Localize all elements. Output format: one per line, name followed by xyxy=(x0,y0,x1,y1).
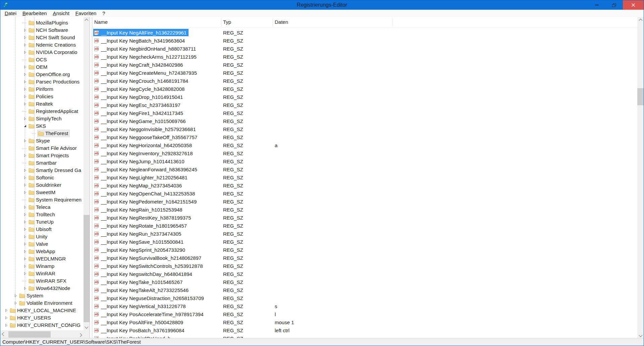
tree-item[interactable]: Smartbar xyxy=(0,159,84,167)
registry-value-row[interactable]: ab __Input Key NegcheckArms_h1227112195 … xyxy=(92,53,637,61)
tree-item[interactable]: Valve xyxy=(0,240,84,248)
tree-item[interactable]: WinRAR xyxy=(0,270,84,277)
registry-value-row[interactable]: ab __Input Key NeggoInvisible_h257923668… xyxy=(92,125,637,133)
expand-arrow-icon[interactable] xyxy=(22,50,28,55)
column-header-name[interactable]: Name xyxy=(94,17,108,27)
registry-value-row[interactable]: ab __Input Key NegRain_h1015253948 REG_S… xyxy=(92,206,637,214)
registry-value-row[interactable]: ab __Input Key NegRun_h2373474305 REG_SZ xyxy=(92,230,637,238)
tree-item[interactable]: Softonic xyxy=(0,174,84,181)
tree-item[interactable]: NCH Software xyxy=(0,26,84,34)
tree-item[interactable]: MozillaPlugins xyxy=(0,19,84,26)
tree-item[interactable]: Smart Projects xyxy=(0,152,84,159)
expand-arrow-icon[interactable] xyxy=(22,27,28,33)
registry-value-row[interactable]: ab __Input Key NegTake_h1015465267 REG_S… xyxy=(92,278,637,286)
expand-arrow-icon[interactable] xyxy=(13,300,18,306)
expand-arrow-icon[interactable] xyxy=(22,227,28,232)
expand-arrow-icon[interactable] xyxy=(22,286,28,291)
tree-item[interactable]: SimplyTech xyxy=(0,115,84,122)
tree-item[interactable]: Teleca xyxy=(0,204,84,211)
tree-item[interactable]: OCS xyxy=(0,56,84,63)
tree-horizontal-scrollbar[interactable] xyxy=(0,330,84,339)
registry-value-row[interactable]: ab __Input Key PosAltFire_h500428809 REG… xyxy=(92,318,637,326)
scroll-up-button[interactable] xyxy=(84,17,90,23)
expand-arrow-icon[interactable] xyxy=(22,249,28,254)
tree-item[interactable]: System Requiremen xyxy=(0,196,84,204)
expand-arrow-icon[interactable] xyxy=(22,42,28,48)
expand-arrow-icon[interactable] xyxy=(22,212,28,217)
tree-item[interactable]: WebApp xyxy=(0,248,84,255)
restore-button[interactable] xyxy=(605,0,623,10)
column-separator[interactable] xyxy=(221,18,221,26)
tree-item[interactable]: HKEY_USERS xyxy=(0,314,84,322)
expand-arrow-icon[interactable] xyxy=(22,182,28,188)
registry-value-row[interactable]: ab __Input Key NegleanForward_h836396245… xyxy=(92,165,637,173)
registry-value-row[interactable]: ab __Input Key NegCreateMenu_h724387935 … xyxy=(92,69,637,77)
registry-value-row[interactable]: ab __Input Key NegInventory_h2928327618 … xyxy=(92,149,637,157)
expand-arrow-icon[interactable] xyxy=(22,219,28,225)
list-vertical-scrollbar[interactable] xyxy=(637,17,644,339)
registry-value-row[interactable]: ab __Input Key NegFire1_h3424117345 REG_… xyxy=(92,109,637,117)
registry-value-row[interactable]: ab __Input Key NeguseDistraction_h265815… xyxy=(92,294,637,302)
registry-value-row[interactable]: ab __Input Key NegVertical_h331226778 RE… xyxy=(92,302,637,310)
tree-item[interactable]: Parsec Productions xyxy=(0,78,84,85)
scroll-left-button[interactable] xyxy=(0,330,7,339)
registry-value-row[interactable]: ab __Input Key NegOpenChat_h4132253538 R… xyxy=(92,189,637,197)
expand-arrow-icon[interactable] xyxy=(22,175,28,180)
registry-value-row[interactable]: ab __Input Key NegEsc_h2373463197 REG_SZ xyxy=(92,101,637,109)
tree-item[interactable]: RegisteredApplicat xyxy=(0,108,84,115)
expand-arrow-icon[interactable] xyxy=(22,138,28,143)
column-separator[interactable] xyxy=(273,18,273,26)
registry-value-row[interactable]: ab __Input Key NegAltFire_h1362229961 RE… xyxy=(92,28,637,37)
expand-arrow-icon[interactable] xyxy=(22,190,28,195)
tree-item[interactable]: WinRAR SFX xyxy=(0,277,84,285)
registry-value-row[interactable]: ab __Input Key NegHorizontal_h642050358 … xyxy=(92,141,637,149)
tree-item[interactable]: TheForest xyxy=(0,130,84,137)
registry-value-row[interactable]: ab __Input Key NegRestKey_h3878199375 RE… xyxy=(92,214,637,222)
expand-arrow-icon[interactable] xyxy=(13,293,18,298)
tree-item[interactable]: HKEY_CURRENT_CONFIG xyxy=(0,322,84,329)
registry-value-row[interactable]: ab __Input Key NegSurvivalBook_h21480628… xyxy=(92,254,637,262)
column-header-typ[interactable]: Typ xyxy=(223,17,231,27)
tree-item[interactable]: Smart File Advisor xyxy=(0,145,84,152)
expand-arrow-icon[interactable] xyxy=(22,271,28,276)
tree-item[interactable]: Ndemic Creations xyxy=(0,41,84,49)
tree-item[interactable]: Winamp xyxy=(0,263,84,270)
tree-item[interactable]: Souldrinker xyxy=(0,181,84,189)
tree-item[interactable]: SweetIM xyxy=(0,189,84,196)
column-header-daten[interactable]: Daten xyxy=(275,17,288,27)
tree-scrollbar-thumb[interactable] xyxy=(84,215,90,322)
tree-item[interactable]: Smartly Dressed Ga xyxy=(0,167,84,174)
expand-arrow-icon[interactable] xyxy=(22,153,28,158)
expand-arrow-icon[interactable] xyxy=(22,205,28,210)
tree-item[interactable]: SKS xyxy=(0,122,84,130)
expand-arrow-icon[interactable] xyxy=(22,168,28,173)
expand-arrow-icon[interactable] xyxy=(4,323,9,328)
scroll-up-button[interactable] xyxy=(637,17,644,23)
registry-value-row[interactable]: ab __Input Key NegJump_h1014413610 REG_S… xyxy=(92,157,637,165)
registry-value-row[interactable]: ab __Input Key NegMap_h2373454036 REG_SZ xyxy=(92,181,637,189)
expand-arrow-icon[interactable] xyxy=(22,241,28,247)
tree-item[interactable]: WEDLMNGR xyxy=(0,255,84,263)
registry-value-row[interactable]: ab __Input Key NegTakeAlt_h2733225546 RE… xyxy=(92,286,637,294)
pane-splitter[interactable] xyxy=(90,17,92,339)
expand-arrow-icon[interactable] xyxy=(22,64,28,70)
minimize-button[interactable] xyxy=(588,0,605,10)
scroll-down-button[interactable] xyxy=(84,324,90,330)
tree-item[interactable]: OpenOffice.org xyxy=(0,71,84,78)
tree-item[interactable]: Piriform xyxy=(0,85,84,93)
tree-item[interactable]: OEM xyxy=(0,63,84,71)
expand-arrow-icon[interactable] xyxy=(4,315,9,321)
menu-ansicht[interactable]: Ansicht xyxy=(50,10,72,17)
registry-value-row[interactable]: ab __Input Key NegCrouch_h1468191784 REG… xyxy=(92,77,637,85)
registry-value-row[interactable]: ab __Input Key NeggooseTakeOff_h35567757… xyxy=(92,133,637,141)
expand-arrow-icon[interactable] xyxy=(22,86,28,92)
menu-bearbeiten[interactable]: Bearbeiten xyxy=(19,10,50,17)
registry-value-row[interactable]: ab __Input Key NegGame_h1015069766 REG_S… xyxy=(92,117,637,125)
registry-value-row[interactable]: ab __Input Key NegCycle_h3428082008 REG_… xyxy=(92,85,637,93)
registry-value-row[interactable]: ab __Input Key NegswitchDay_h648041894 R… xyxy=(92,270,637,278)
expand-arrow-icon[interactable] xyxy=(22,35,28,40)
registry-value-row[interactable]: ab __Input Key NegSave_h1015500841 REG_S… xyxy=(92,238,637,246)
registry-value-row[interactable]: ab __Input Key NegBatch_h3419663604 REG_… xyxy=(92,37,637,45)
registry-value-row[interactable]: ab __Input Key NegDrop_h1014915041 REG_S… xyxy=(92,93,637,101)
tree-item[interactable]: TuneUp xyxy=(0,218,84,226)
